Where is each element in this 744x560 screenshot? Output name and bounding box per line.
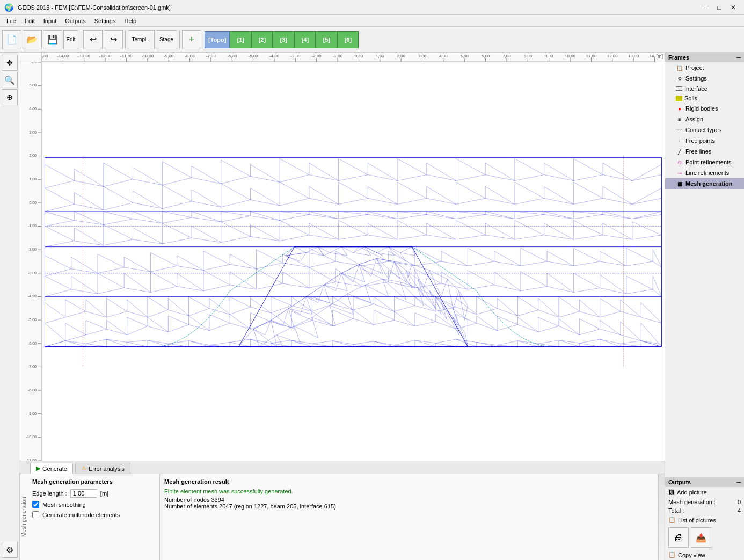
move-tool[interactable]: ✥ [2, 55, 18, 71]
menu-item-help[interactable]: Help [120, 17, 141, 25]
tab-6[interactable]: [6] [337, 31, 359, 48]
list-pictures-item[interactable]: 📋 List of pictures [665, 515, 744, 525]
results-panel: Mesh generation result Finite element me… [160, 474, 658, 560]
panel-item-rigid-bodies[interactable]: ● Rigid bodies [665, 103, 744, 114]
ruler-top: -15,00-14,00-13,00-12,00-11,00-10,00-9,0… [19, 53, 665, 62]
settings-label: Settings [685, 75, 707, 82]
tab-generate[interactable]: ▶ Generate [30, 463, 73, 474]
open-button[interactable]: 📂 [23, 30, 42, 49]
ruler-left-svg: 6,55,004,003,002,001,000,00-1,00-2,00-3,… [19, 62, 42, 461]
panel-item-point-refinements[interactable]: ⊙ Point refinements [665, 157, 744, 168]
svg-text:-1,00: -1,00 [28, 224, 37, 228]
line-refinements-icon: ⊸ [676, 169, 683, 177]
toolbar-separator-1 [81, 31, 81, 48]
svg-text:-14,00: -14,00 [57, 54, 69, 59]
multinode-label: Generate multinode elements [42, 512, 120, 518]
export-button[interactable]: 📤 [691, 527, 711, 548]
panel-item-free-points[interactable]: · Free points [665, 135, 744, 146]
mesh-generation-label: Mesh generation [685, 180, 732, 187]
total-value: 4 [738, 507, 741, 514]
svg-text:13,00: 13,00 [628, 54, 639, 59]
toolbar: 📄 📂 💾 Edit ↩ ↪ Templ... Stage + [Topo] [… [0, 27, 744, 53]
svg-text:0,00: 0,00 [355, 54, 363, 59]
tab-5[interactable]: [5] [316, 31, 337, 48]
left-toolbar: ✥ 🔍 ⊕ ⚙ [0, 53, 19, 560]
undo-button[interactable]: ↩ [83, 30, 103, 49]
nodes-label: Number of nodes 3394 [164, 497, 653, 503]
panel-item-project[interactable]: 📋 Project [665, 62, 744, 73]
svg-text:-8,00: -8,00 [185, 54, 195, 59]
panel-item-soils[interactable]: Soils [665, 93, 744, 103]
template-button[interactable]: Templ... [128, 30, 155, 49]
panel-item-free-lines[interactable]: ╱ Free lines [665, 146, 744, 157]
edge-length-label: Edge length : [32, 490, 67, 497]
svg-text:-4,00: -4,00 [269, 54, 280, 59]
mesh-gen-count-label: Mesh generation : [668, 499, 716, 505]
maximize-button[interactable]: □ [713, 2, 726, 13]
tab-topo[interactable]: [Topo] [205, 31, 230, 48]
ruler-left: 6,55,004,003,002,001,000,00-1,00-2,00-3,… [19, 62, 42, 461]
mesh-svg [42, 62, 665, 461]
minimize-button[interactable]: ─ [699, 2, 712, 13]
zoom-in-button[interactable]: + [182, 30, 201, 49]
menu-item-input[interactable]: Input [39, 17, 61, 25]
edit-button[interactable]: Edit [63, 30, 78, 49]
center-tool[interactable]: ⊕ [2, 89, 18, 105]
svg-text:-6,00: -6,00 [28, 341, 37, 345]
main-layout: ✥ 🔍 ⊕ ⚙ -15,00-14,00-13,00-12,00-11,00-1… [0, 53, 744, 560]
mesh-gen-side-label: Mesh generation [19, 474, 28, 560]
rigid-bodies-icon: ● [676, 105, 683, 112]
menu-item-edit[interactable]: Edit [20, 17, 39, 25]
multinode-checkbox[interactable] [32, 511, 39, 518]
panel-item-assign[interactable]: ≡ Assign [665, 114, 744, 125]
settings-tool[interactable]: ⚙ [2, 542, 18, 558]
copy-view-item[interactable]: 📋 Copy view [665, 550, 744, 560]
print-button[interactable]: 🖨 [668, 527, 689, 548]
svg-text:-10,00: -10,00 [141, 54, 154, 59]
frames-section: Frames ─ 📋 Project ⚙ Settings Interface … [665, 53, 744, 189]
svg-text:2,00: 2,00 [397, 54, 405, 59]
svg-text:-7,00: -7,00 [206, 54, 216, 59]
menu-item-file[interactable]: File [2, 17, 20, 25]
tab-2[interactable]: [2] [251, 31, 273, 48]
outputs-collapse[interactable]: ─ [736, 479, 741, 485]
panel-item-line-refinements[interactable]: ⊸ Line refinements [665, 168, 744, 178]
free-points-icon: · [676, 137, 683, 144]
zoom-region-tool[interactable]: 🔍 [2, 72, 18, 88]
mesh-smoothing-checkbox[interactable] [32, 501, 39, 508]
menu-item-settings[interactable]: Settings [90, 17, 120, 25]
svg-text:2,00: 2,00 [29, 154, 37, 157]
tab-3[interactable]: [3] [273, 31, 294, 48]
frames-collapse[interactable]: ─ [736, 54, 741, 61]
add-picture-icon: 🖼 [668, 489, 675, 496]
tab-error-analysis[interactable]: ⚠ Error analysis [75, 463, 130, 474]
drawing-canvas[interactable] [42, 62, 665, 461]
svg-text:-3,00: -3,00 [290, 54, 301, 59]
success-message: Finite element mesh was successfully gen… [164, 488, 653, 494]
project-icon: 📋 [676, 64, 683, 71]
save-button[interactable]: 💾 [43, 30, 62, 49]
edge-length-input[interactable] [70, 489, 97, 498]
new-button[interactable]: 📄 [2, 30, 21, 49]
list-pictures-icon: 📋 [668, 517, 676, 523]
close-button[interactable]: ✕ [727, 2, 740, 13]
panel-item-mesh-generation[interactable]: ▦ Mesh generation [665, 178, 744, 189]
redo-button[interactable]: ↪ [104, 30, 123, 49]
stage-button[interactable]: Stage [156, 30, 177, 49]
window-title: GEOS 2016 - FEM [C:\FEM-Consolidation\sc… [18, 4, 171, 11]
tab-1[interactable]: [1] [230, 31, 251, 48]
tab-4[interactable]: [4] [294, 31, 316, 48]
panel-item-settings[interactable]: ⚙ Settings [665, 73, 744, 84]
bottom-content: Mesh generation Mesh generation paramete… [19, 474, 665, 560]
panel-item-contact-types[interactable]: 〰 Contact types [665, 125, 744, 135]
frames-title: Frames [668, 54, 689, 61]
interface-label: Interface [684, 85, 707, 92]
canvas-with-ruler: 6,55,004,003,002,001,000,00-1,00-2,00-3,… [19, 62, 665, 461]
menu-item-outputs[interactable]: Outputs [61, 17, 90, 25]
svg-text:12,00: 12,00 [607, 54, 618, 59]
add-picture-item[interactable]: 🖼 Add picture [665, 487, 744, 498]
svg-text:-5,00: -5,00 [249, 54, 259, 59]
add-picture-label: Add picture [677, 489, 707, 496]
svg-text:-2,00: -2,00 [312, 54, 322, 59]
panel-item-interface[interactable]: Interface [665, 84, 744, 93]
